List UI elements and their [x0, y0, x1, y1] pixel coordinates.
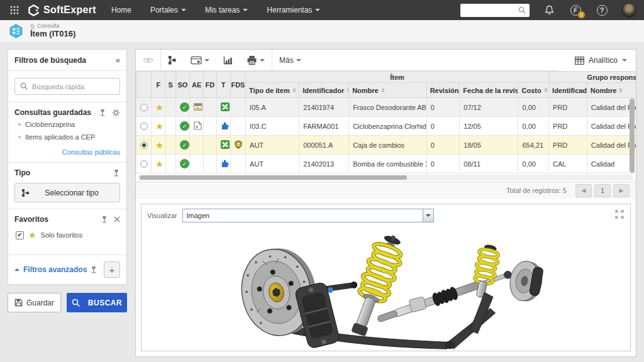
menu-home[interactable]: Home	[111, 6, 131, 14]
col-tipo-de-item[interactable]: Tipo de ítem	[246, 83, 299, 98]
search-filters-sidebar: Filtros de búsqueda « Consultas guardada…	[8, 49, 127, 357]
collapse-sidebar-icon[interactable]: «	[116, 55, 120, 65]
col-identificador[interactable]: Identificador	[299, 83, 349, 98]
page-number[interactable]: 1	[594, 184, 611, 197]
col-ae[interactable]: AE	[190, 72, 204, 98]
preview-window-icon[interactable]	[184, 50, 216, 70]
notifications-bell-icon[interactable]	[542, 3, 556, 17]
hierarchy-view-icon[interactable]	[161, 50, 184, 70]
menu-mis-tareas[interactable]: Mis tareas	[205, 6, 248, 14]
advanced-filters-row: Filtros avanzados +	[8, 255, 126, 284]
scrollbar-thumb[interactable]	[140, 175, 407, 180]
prev-page-button[interactable]: ◀	[575, 184, 592, 197]
print-icon[interactable]	[240, 50, 272, 70]
chart-icon[interactable]	[216, 50, 240, 70]
expand-icon[interactable]	[615, 210, 624, 221]
close-icon[interactable]	[114, 216, 120, 222]
suspension-assembly-image	[191, 225, 581, 351]
row-radio[interactable]	[140, 123, 148, 130]
credits-icon[interactable]: F 2	[569, 3, 582, 17]
pin-icon[interactable]	[113, 169, 120, 177]
credits-badge: 2	[578, 11, 585, 18]
main-menu: Home Portales Mis tareas Herramientas	[111, 6, 320, 14]
cell-revision: 0	[426, 136, 460, 155]
select-type-button[interactable]: Seleccionar tipo	[14, 183, 120, 202]
save-button[interactable]: Guardar	[8, 293, 61, 312]
favorite-star-icon[interactable]: ★	[155, 140, 164, 150]
pin-icon[interactable]	[99, 109, 106, 116]
sidebar-title: Filtros de búsqueda	[14, 56, 86, 65]
saved-query-item[interactable]: Ciclobenzaprina	[14, 117, 120, 129]
global-search-input[interactable]	[464, 6, 518, 14]
gear-icon[interactable]	[112, 109, 120, 117]
status-ok-icon: ✓	[180, 140, 189, 150]
more-button[interactable]: Más	[272, 50, 308, 70]
cell-costo: 0,00	[518, 155, 549, 173]
favorite-star-icon[interactable]: ★	[155, 159, 164, 169]
bullet-icon	[18, 136, 21, 138]
only-favorites-checkbox[interactable]	[16, 231, 24, 239]
cell-identificador: FARMA001	[299, 117, 349, 136]
cell-fecha: 07/12	[460, 98, 518, 117]
next-page-button[interactable]: ▶	[613, 184, 630, 197]
chevron-down-icon[interactable]	[260, 59, 265, 62]
cell-grupo-nombre: Calidad	[587, 155, 636, 173]
row-radio[interactable]	[140, 160, 148, 168]
col-costo[interactable]: Costo	[518, 83, 549, 98]
vertical-scrollbar[interactable]	[630, 99, 635, 179]
add-filter-button[interactable]: +	[104, 261, 120, 278]
apps-grid-icon[interactable]	[8, 3, 21, 17]
col-fds[interactable]: FDS	[230, 72, 245, 98]
tab-analitico[interactable]: Analítico	[557, 50, 636, 71]
pin-icon[interactable]	[101, 216, 108, 223]
col-nombre[interactable]: Nombre	[349, 83, 427, 98]
buscar-button[interactable]: BUSCAR	[67, 293, 127, 312]
cell-grupo-id: CAL	[549, 155, 587, 173]
cell-grupo-id: PRD	[549, 136, 587, 155]
chevron-down-icon[interactable]	[204, 59, 209, 62]
menu-portales[interactable]: Portales	[150, 6, 186, 14]
table-row[interactable]: ★ ✓ x I03.C FARMA001 Ciclobenzaprina Clo…	[136, 117, 636, 136]
horizontal-scrollbar[interactable]	[138, 175, 633, 180]
row-radio-checked[interactable]	[140, 141, 148, 149]
col-grupo-nombre[interactable]: Nombre	[587, 83, 636, 98]
results-card: Más Analítico	[135, 49, 636, 357]
col-fecha-revision[interactable]: Fecha de la revisión	[460, 83, 518, 98]
advanced-filters-toggle[interactable]: Filtros avanzados	[14, 265, 90, 274]
brand-logo[interactable]: SoftExpert	[28, 4, 96, 16]
user-avatar[interactable]	[621, 3, 636, 18]
preview-eye-icon[interactable]	[136, 50, 160, 70]
col-revision[interactable]: Revisión	[426, 83, 460, 98]
favorites-section: Favoritos ★ Solo favoritos	[8, 209, 126, 255]
tree-icon	[21, 189, 30, 197]
visualizar-select[interactable]: Imagen	[182, 209, 434, 222]
table-row-selected[interactable]: ★ ✓ AUT 000051.A Caja de cambios 0 18/05	[136, 136, 636, 155]
status-ok-icon: ✓	[180, 102, 189, 112]
saved-query-item[interactable]: Items aplicados a CEP	[14, 129, 120, 142]
public-queries-link[interactable]: Consultas públicas	[14, 142, 120, 156]
select-dropdown-button[interactable]	[423, 209, 433, 222]
col-fd[interactable]: FD	[204, 72, 216, 98]
search-icon[interactable]	[518, 6, 526, 14]
col-s[interactable]: S	[165, 72, 175, 98]
menu-herramientas[interactable]: Herramientas	[267, 6, 320, 14]
col-t[interactable]: T	[216, 72, 230, 98]
favorite-star-icon[interactable]: ★	[155, 121, 164, 131]
row-radio[interactable]	[140, 104, 148, 111]
col-f[interactable]: F	[152, 72, 165, 98]
col-so[interactable]: SO	[175, 72, 189, 98]
visualizar-label: Visualizar	[147, 212, 177, 219]
favorite-star-icon[interactable]: ★	[155, 102, 164, 112]
pin-icon[interactable]	[90, 266, 97, 273]
table-row[interactable]: ★ ✓ I05.A 21401974 Frasco Desodorante AB…	[136, 98, 636, 117]
help-icon[interactable]: ?	[595, 3, 609, 17]
cell-tipo: AUT	[246, 155, 299, 173]
cell-costo: 0,00	[518, 117, 549, 136]
col-grupo-identificador[interactable]: Identificador	[549, 83, 587, 98]
table-row[interactable]: ★ ✓ AUT 21402013 Bomba de combustible X-…	[136, 155, 636, 173]
scrollbar-thumb[interactable]	[630, 99, 635, 173]
only-favorites-label: Solo favoritos	[41, 231, 83, 239]
sort-icon	[544, 88, 548, 92]
global-search	[460, 4, 530, 17]
quick-search-input[interactable]	[32, 83, 108, 90]
